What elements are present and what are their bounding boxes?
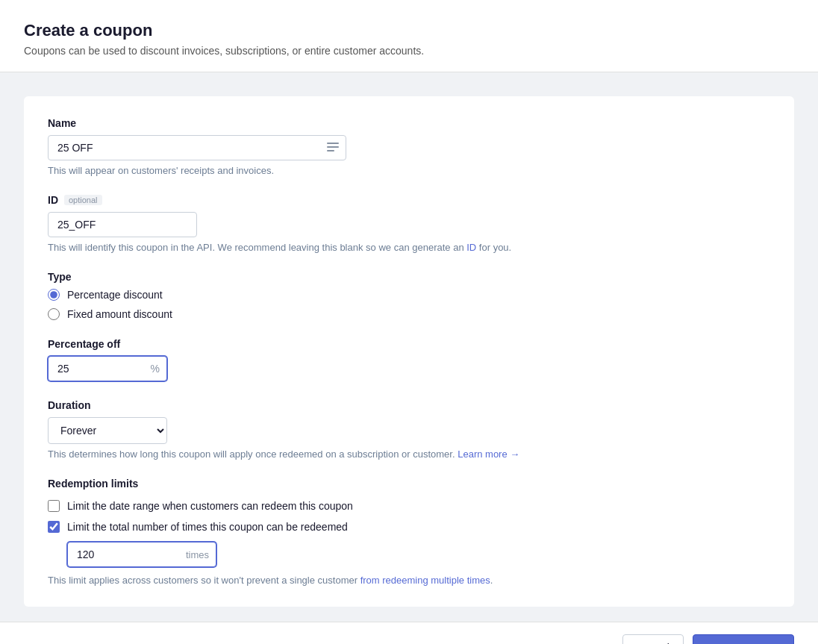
percentage-off-label: Percentage off — [48, 338, 770, 350]
redemption-section: Redemption limits Limit the date range w… — [48, 478, 770, 586]
id-field-group: ID optional This will identify this coup… — [48, 194, 770, 253]
radio-fixed-label: Fixed amount discount — [67, 308, 172, 320]
duration-select[interactable]: Forever Once Repeating — [48, 417, 167, 444]
times-hint: This limit applies across customers so i… — [48, 575, 770, 586]
times-input-wrapper: times — [67, 542, 216, 567]
times-suffix: times — [186, 549, 209, 560]
type-radio-group: Percentage discount Fixed amount discoun… — [48, 289, 770, 320]
duration-label: Duration — [48, 399, 770, 411]
page-title: Create a coupon — [24, 21, 794, 40]
id-label: ID optional — [48, 194, 770, 206]
percentage-off-field-group: Percentage off % — [48, 338, 770, 381]
duration-hint: This determines how long this coupon wil… — [48, 448, 770, 460]
cancel-button[interactable]: Cancel — [622, 634, 684, 644]
percentage-input[interactable] — [48, 356, 167, 381]
svg-rect-0 — [327, 143, 339, 144]
type-label: Type — [48, 271, 770, 283]
limit-total-checkbox-item[interactable]: Limit the total number of times this cou… — [48, 521, 770, 533]
name-field-group: Name This will appear on customers' rece… — [48, 117, 770, 176]
limit-total-checkbox[interactable] — [48, 521, 60, 533]
redemption-title: Redemption limits — [48, 478, 770, 490]
percentage-symbol: % — [151, 363, 160, 375]
duration-field-group: Duration Forever Once Repeating This det… — [48, 399, 770, 460]
name-hint: This will appear on customers' receipts … — [48, 165, 770, 176]
svg-rect-1 — [327, 146, 339, 148]
name-label: Name — [48, 117, 770, 129]
limit-date-checkbox[interactable] — [48, 500, 60, 512]
footer-section: Cancel Create coupon — [0, 622, 818, 644]
learn-more-link[interactable]: Learn more → — [458, 448, 519, 460]
id-input[interactable] — [48, 212, 197, 237]
limit-date-checkbox-item[interactable]: Limit the date range when customers can … — [48, 500, 770, 512]
main-content: Name This will appear on customers' rece… — [0, 72, 818, 622]
radio-percentage[interactable]: Percentage discount — [48, 289, 770, 301]
create-coupon-button[interactable]: Create coupon — [693, 634, 794, 644]
form-section: Name This will appear on customers' rece… — [24, 96, 794, 607]
page-subtitle: Coupons can be used to discount invoices… — [24, 45, 794, 57]
limit-total-label: Limit the total number of times this cou… — [67, 521, 348, 533]
radio-fixed[interactable]: Fixed amount discount — [48, 308, 770, 320]
name-input[interactable] — [48, 135, 346, 160]
radio-fixed-input[interactable] — [48, 308, 60, 320]
subtitle-text: Coupons can be used to discount invoices… — [24, 45, 424, 57]
times-hint-link[interactable]: from redeeming multiple times — [360, 575, 490, 586]
percentage-input-wrapper: % — [48, 356, 167, 381]
radio-percentage-label: Percentage discount — [67, 289, 163, 301]
svg-rect-2 — [327, 150, 334, 151]
page-header: Create a coupon Coupons can be used to d… — [0, 0, 818, 72]
optional-badge: optional — [64, 195, 102, 205]
limit-date-label: Limit the date range when customers can … — [67, 500, 353, 512]
type-field-group: Type Percentage discount Fixed amount di… — [48, 271, 770, 320]
id-hint: This will identify this coupon in the AP… — [48, 242, 770, 253]
name-input-wrapper — [48, 135, 346, 160]
name-input-icon[interactable] — [327, 141, 339, 154]
id-hint-link[interactable]: ID — [466, 242, 476, 253]
radio-percentage-input[interactable] — [48, 289, 60, 301]
